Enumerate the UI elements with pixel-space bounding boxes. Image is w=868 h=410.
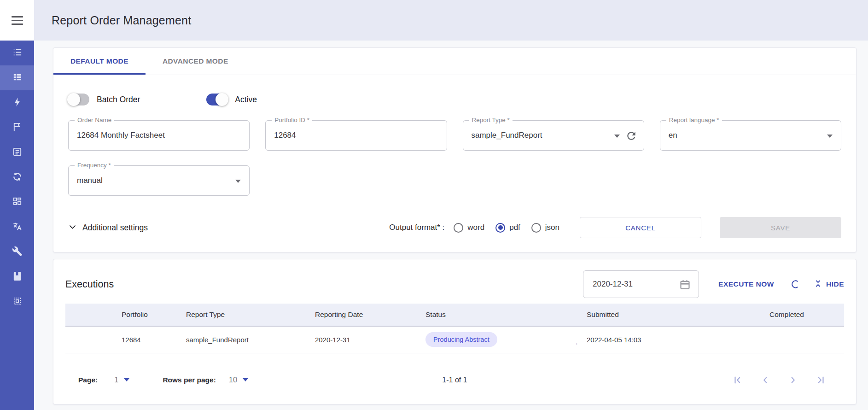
- reporting-date-input[interactable]: [583, 271, 666, 298]
- wrench-icon: [12, 246, 23, 258]
- sidebar-item-sync[interactable]: [0, 165, 34, 190]
- cell-portfolio: 12684: [117, 326, 181, 353]
- radio-option-json[interactable]: json: [531, 223, 559, 233]
- report-language-select[interactable]: Report language * en: [660, 120, 841, 151]
- main-content: DEFAULT MODE ADVANCED MODE Batch Order A…: [34, 41, 868, 410]
- table-row[interactable]: 12684 sample_FundReport 2020-12-31 Produ…: [65, 326, 844, 353]
- sidebar-item-flags[interactable]: [0, 115, 34, 140]
- table-header-row: Portfolio Report Type Reporting Date Sta…: [65, 304, 844, 326]
- refresh-icon[interactable]: [625, 130, 637, 142]
- hamburger-icon[interactable]: [12, 16, 23, 25]
- cancel-button[interactable]: CANCEL: [580, 217, 701, 238]
- radio-json-label: json: [545, 223, 559, 232]
- bookmark-book-icon: [12, 271, 23, 283]
- cell-submitted: 2022-04-05 14:03: [582, 326, 729, 353]
- portfolio-id-input[interactable]: [266, 121, 446, 150]
- portfolio-id-field[interactable]: Portfolio ID *: [265, 120, 447, 151]
- settings-row: Additional settings Output format* : wor…: [68, 217, 841, 238]
- order-name-input[interactable]: [69, 121, 249, 150]
- last-page-icon[interactable]: [816, 375, 826, 385]
- sidebar-item-dashboard[interactable]: [0, 190, 34, 215]
- prev-page-icon[interactable]: [760, 375, 770, 385]
- cell-spacer: [65, 326, 117, 353]
- output-format-label: Output format* :: [389, 223, 444, 232]
- row-loading-marker: ,: [576, 339, 577, 346]
- sidebar-item-documents[interactable]: [0, 140, 34, 165]
- toggle-row: Batch Order Active: [68, 94, 841, 105]
- bolt-icon: [12, 97, 23, 109]
- output-format-group: Output format* : word pdf json CANCEL S: [389, 217, 841, 238]
- flag-icon: [12, 122, 23, 134]
- tab-advanced-mode[interactable]: ADVANCED MODE: [146, 48, 245, 75]
- dropdown-caret-icon[interactable]: [827, 135, 833, 138]
- radio-option-word[interactable]: word: [454, 223, 484, 233]
- top-header: Report Order Management: [34, 0, 868, 41]
- next-page-icon[interactable]: [788, 375, 798, 385]
- sidebar-item-library[interactable]: [0, 264, 34, 289]
- executions-controls: EXECUTE NOW HIDE: [583, 270, 844, 298]
- pagination-range: 1-1 of 1: [442, 376, 467, 384]
- report-language-value: en: [660, 121, 841, 150]
- sidebar-item-report-orders[interactable]: [0, 65, 34, 90]
- sidebar-item-tools[interactable]: [0, 240, 34, 264]
- header-status: Status: [421, 304, 582, 326]
- header-submitted: Submitted: [582, 304, 729, 326]
- header-report-type: Report Type: [181, 304, 310, 326]
- additional-settings-expander[interactable]: Additional settings: [68, 223, 148, 233]
- batch-order-toggle[interactable]: [68, 94, 89, 105]
- hide-executions-button[interactable]: HIDE: [814, 279, 844, 290]
- report-type-select[interactable]: Report Type * sample_FundReport: [463, 120, 644, 151]
- calendar-icon[interactable]: [679, 278, 691, 293]
- cell-status: Producing Abstract ,: [421, 326, 582, 353]
- translate-icon: [12, 221, 23, 234]
- cell-reporting-date: 2020-12-31: [310, 326, 421, 353]
- page-title: Report Order Management: [52, 14, 191, 27]
- sidebar-item-translate[interactable]: [0, 215, 34, 240]
- dropdown-caret-icon[interactable]: [614, 135, 620, 138]
- executions-header: Executions EXECUTE NOW: [65, 270, 844, 298]
- active-toggle-group: Active: [206, 94, 257, 105]
- order-name-field[interactable]: Order Name: [68, 120, 250, 151]
- frequency-field-label: Frequency *: [75, 162, 114, 169]
- page-select-caret-icon[interactable]: [124, 378, 129, 381]
- pagination-nav: [733, 375, 826, 385]
- executions-card: Executions EXECUTE NOW: [53, 259, 856, 404]
- radio-word-icon[interactable]: [454, 223, 463, 233]
- first-page-icon[interactable]: [733, 375, 743, 385]
- rows-select-caret-icon[interactable]: [243, 378, 248, 381]
- hide-label: HIDE: [826, 280, 844, 288]
- radio-option-pdf[interactable]: pdf: [495, 223, 520, 233]
- dropdown-caret-icon[interactable]: [235, 180, 241, 183]
- execute-now-button[interactable]: EXECUTE NOW: [718, 280, 774, 288]
- rows-per-page-group: Rows per page: 10: [163, 375, 248, 384]
- queue-list-icon: [12, 47, 23, 59]
- portfolio-id-field-label: Portfolio ID *: [272, 117, 312, 123]
- sync-icon: [12, 171, 23, 184]
- sidebar-item-executions[interactable]: [0, 90, 34, 115]
- chevron-down-icon: [68, 223, 77, 233]
- sidebar-item-system[interactable]: [0, 289, 34, 314]
- sidebar-nav: [0, 41, 34, 410]
- executions-title: Executions: [65, 279, 114, 290]
- frequency-select[interactable]: Frequency * manual: [68, 165, 250, 196]
- reporting-date-field[interactable]: [583, 270, 699, 298]
- article-icon: [12, 146, 23, 159]
- rows-per-page-value: 10: [229, 375, 237, 384]
- cell-report-type: sample_FundReport: [181, 326, 310, 353]
- active-toggle[interactable]: [206, 94, 227, 105]
- radio-json-icon[interactable]: [531, 223, 541, 233]
- field-row-1: Order Name Portfolio ID * Report Type * …: [68, 120, 841, 151]
- executions-table: Portfolio Report Type Reporting Date Sta…: [65, 304, 844, 353]
- radio-pdf-icon[interactable]: [495, 223, 505, 233]
- order-form-body: Batch Order Active Order Name Portfolio …: [53, 75, 856, 252]
- sidebar: [0, 0, 34, 410]
- memory-chip-icon: [12, 296, 23, 308]
- menu-button[interactable]: [0, 0, 34, 41]
- header-spacer: [65, 304, 117, 326]
- sidebar-item-orders-list[interactable]: [0, 41, 34, 65]
- radio-pdf-label: pdf: [509, 223, 520, 232]
- header-reporting-date: Reporting Date: [310, 304, 421, 326]
- tab-default-mode[interactable]: DEFAULT MODE: [53, 48, 146, 75]
- save-button: SAVE: [720, 217, 841, 238]
- order-name-field-label: Order Name: [75, 117, 114, 123]
